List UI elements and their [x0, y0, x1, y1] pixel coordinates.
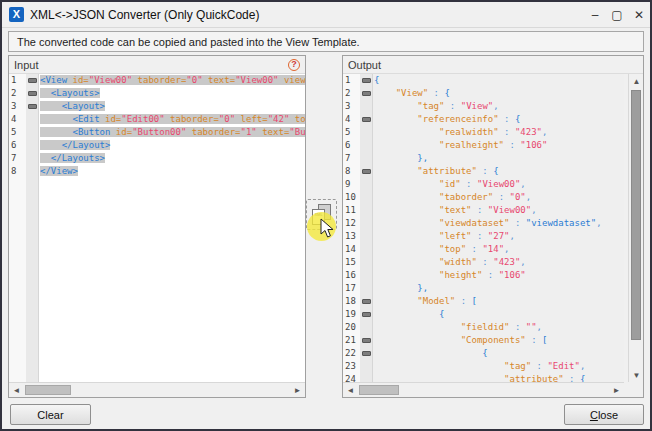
fold-collapse-icon[interactable] — [28, 91, 37, 96]
output-code-editor[interactable]: 123456789101112131415161718192021222324 … — [343, 74, 624, 382]
fold-collapse-icon[interactable] — [28, 104, 37, 109]
input-hscroll-thumb[interactable] — [25, 385, 71, 395]
fold-slot — [360, 74, 372, 87]
input-horizontal-scrollbar[interactable]: ◄ ► — [9, 382, 305, 397]
code-token: viewd — [284, 75, 305, 85]
output-vscroll-thumb[interactable] — [631, 90, 641, 340]
code-line[interactable]: "viewdataset" : "viewdataset", — [374, 217, 624, 230]
code-line[interactable]: { — [374, 308, 624, 321]
code-line[interactable]: <Button id="Button00" taborder="1" text=… — [40, 126, 305, 139]
code-token: : — [472, 205, 488, 215]
scroll-down-icon[interactable]: ▼ — [629, 368, 644, 382]
fold-slot — [360, 87, 372, 100]
fold-collapse-icon[interactable] — [362, 169, 371, 174]
output-code-area[interactable]: { "View" : { "tag" : "View", "referencei… — [374, 74, 624, 382]
code-line[interactable]: "top" : "14", — [374, 243, 624, 256]
code-line[interactable]: "realheight" : "106" — [374, 139, 624, 152]
code-token: "View00" — [477, 179, 520, 189]
fold-slot — [360, 334, 372, 347]
code-line[interactable]: </View> — [40, 165, 305, 178]
code-token: "106" — [499, 270, 526, 280]
scroll-left-icon[interactable]: ◄ — [9, 383, 24, 397]
close-button[interactable]: Close — [564, 404, 644, 425]
fold-collapse-icon[interactable] — [362, 299, 371, 304]
output-line-number-gutter: 123456789101112131415161718192021222324 — [343, 74, 360, 382]
code-line[interactable]: "Model" : [ — [374, 295, 624, 308]
input-code-editor[interactable]: 12345678 <View id="View00" taborder="0" … — [9, 74, 305, 382]
code-token: top — [295, 114, 305, 124]
code-token: : — [461, 179, 477, 189]
code-token: { — [374, 348, 488, 358]
fold-collapse-icon[interactable] — [28, 78, 37, 83]
code-token: , — [580, 361, 585, 371]
scroll-up-icon[interactable]: ▲ — [629, 74, 644, 88]
input-panel: Input ? 12345678 <View id="View00" tabor… — [8, 55, 306, 398]
fold-slot — [360, 269, 372, 282]
code-line[interactable]: <Layouts> — [40, 87, 305, 100]
code-line[interactable]: <Edit id="Edit00" taborder="0" left="42"… — [40, 113, 305, 126]
code-token: "View" — [374, 88, 428, 98]
code-line[interactable]: "View" : { — [374, 87, 624, 100]
input-code-area[interactable]: <View id="View00" taborder="0" text="Vie… — [40, 74, 305, 382]
line-number: 1 — [343, 74, 360, 87]
fold-collapse-icon[interactable] — [362, 91, 371, 96]
code-token: : — [499, 127, 515, 137]
close-window-button[interactable]: ✕ — [628, 4, 650, 26]
code-line[interactable]: { — [374, 74, 624, 87]
code-line[interactable]: "tag" : "View", — [374, 100, 624, 113]
help-icon[interactable]: ? — [288, 59, 300, 71]
code-token: taborder= — [170, 114, 219, 124]
code-line[interactable]: "taborder" : "0", — [374, 191, 624, 204]
code-token: "fieldid" — [374, 322, 509, 332]
scroll-left-icon[interactable]: ◄ — [343, 383, 358, 397]
output-horizontal-scrollbar[interactable]: ◄ ► — [343, 382, 624, 397]
code-line[interactable]: "fieldid" : "", — [374, 321, 624, 334]
fold-collapse-icon[interactable] — [362, 312, 371, 317]
line-number: 3 — [343, 100, 360, 113]
code-token: id= — [73, 75, 89, 85]
code-line[interactable]: "realwidth" : "423", — [374, 126, 624, 139]
code-token: "referenceinfo" — [374, 114, 499, 124]
code-token: "423" — [493, 257, 520, 267]
code-line[interactable]: }, — [374, 152, 624, 165]
code-line[interactable]: </Layout> — [40, 139, 305, 152]
code-line[interactable]: "referenceinfo" : { — [374, 113, 624, 126]
code-line[interactable]: "text" : "View00", — [374, 204, 624, 217]
code-line[interactable]: "Components" : [ — [374, 334, 624, 347]
convert-button[interactable]: XML — [306, 199, 337, 230]
fold-slot — [26, 113, 38, 126]
code-line[interactable]: "id" : "View00", — [374, 178, 624, 191]
output-vertical-scrollbar[interactable]: ▲ ▼ — [628, 74, 643, 382]
fold-collapse-icon[interactable] — [362, 351, 371, 356]
close-button-label: Close — [565, 409, 643, 421]
code-line[interactable]: "height" : "106" — [374, 269, 624, 282]
scroll-right-icon[interactable]: ► — [290, 383, 305, 397]
info-message-text: The converted code can be copied and pas… — [17, 36, 360, 48]
code-line[interactable]: <Layout> — [40, 100, 305, 113]
scroll-right-icon[interactable]: ► — [609, 383, 624, 397]
title-bar[interactable]: X XML<->JSON Converter (Only QuickCode) … — [2, 2, 650, 28]
fold-collapse-icon[interactable] — [362, 78, 371, 83]
fold-collapse-icon[interactable] — [362, 338, 371, 343]
clear-button[interactable]: Clear — [10, 404, 91, 425]
code-line[interactable]: { — [374, 347, 624, 360]
code-token: text= — [262, 127, 289, 137]
code-token: "106" — [520, 140, 547, 150]
code-line[interactable]: <View id="View00" taborder="0" text="Vie… — [40, 74, 305, 87]
code-line[interactable]: "attribute" : { — [374, 373, 624, 382]
code-token: left= — [241, 114, 268, 124]
line-number: 23 — [343, 360, 360, 373]
fold-collapse-icon[interactable] — [362, 117, 371, 122]
maximize-button[interactable]: ▢ — [606, 4, 628, 26]
code-line[interactable]: </Layouts> — [40, 152, 305, 165]
code-line[interactable]: "width" : "423", — [374, 256, 624, 269]
output-hscroll-thumb[interactable] — [359, 385, 399, 395]
fold-slot — [360, 321, 372, 334]
minimize-button[interactable]: – — [584, 4, 606, 26]
code-token: "" — [526, 322, 537, 332]
code-line[interactable]: "attribute" : { — [374, 165, 624, 178]
code-line[interactable]: "left" : "27", — [374, 230, 624, 243]
code-line[interactable]: }, — [374, 282, 624, 295]
fold-slot — [360, 191, 372, 204]
code-line[interactable]: "tag" : "Edit", — [374, 360, 624, 373]
